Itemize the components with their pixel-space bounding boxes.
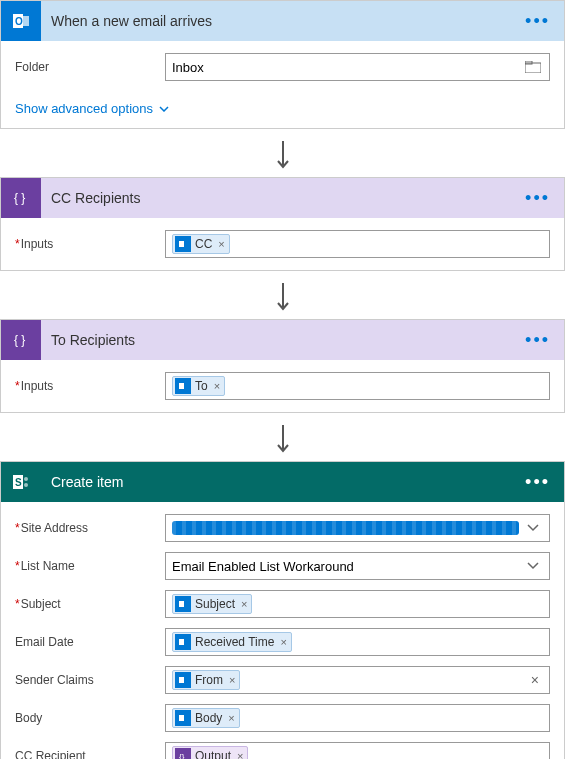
clear-field-icon[interactable]: × — [531, 672, 539, 688]
body-label: Body — [15, 711, 165, 725]
show-advanced-link[interactable]: Show advanced options — [1, 93, 183, 128]
folder-label: Folder — [15, 60, 165, 74]
svg-point-16 — [24, 477, 28, 481]
cc-recipient-label: CC Recipient — [15, 749, 165, 759]
sharepoint-icon: S — [1, 462, 41, 502]
flow-arrow-icon — [0, 417, 565, 461]
dynamic-token-cc[interactable]: CC × — [172, 234, 230, 254]
outlook-mini-icon — [175, 634, 191, 650]
step-header[interactable]: S Create item ••• — [1, 462, 564, 502]
svg-text:S: S — [15, 477, 22, 488]
svg-text:{ }: { } — [14, 333, 25, 347]
sender-claims-input[interactable]: From × × — [165, 666, 550, 694]
subject-label: Subject — [15, 597, 165, 611]
outlook-icon: O — [1, 1, 41, 41]
svg-rect-23 — [179, 677, 184, 683]
outlook-mini-icon — [175, 236, 191, 252]
site-address-input[interactable] — [165, 514, 550, 542]
step-title: To Recipients — [51, 332, 519, 348]
chevron-down-icon[interactable] — [527, 524, 539, 532]
folder-text[interactable] — [172, 60, 543, 75]
outlook-mini-icon — [175, 596, 191, 612]
step-create-item: S Create item ••• Site Address List Name — [0, 461, 565, 759]
flow-arrow-icon — [0, 133, 565, 177]
dynamic-token-output-cc[interactable]: {} Output × — [172, 746, 248, 759]
svg-text:{}: {} — [179, 752, 185, 759]
remove-token-icon[interactable]: × — [218, 238, 224, 250]
dynamic-token-subject[interactable]: Subject × — [172, 594, 252, 614]
dynamic-token-body[interactable]: Body × — [172, 708, 240, 728]
step-header[interactable]: O When a new email arrives ••• — [1, 1, 564, 41]
flow-arrow-icon — [0, 275, 565, 319]
more-menu-icon[interactable]: ••• — [519, 11, 556, 32]
step-title: When a new email arrives — [51, 13, 519, 29]
more-menu-icon[interactable]: ••• — [519, 330, 556, 351]
inputs-label: Inputs — [15, 379, 165, 393]
step-header[interactable]: { } CC Recipients ••• — [1, 178, 564, 218]
svg-rect-21 — [179, 639, 184, 645]
svg-rect-19 — [179, 601, 184, 607]
sender-claims-label: Sender Claims — [15, 673, 165, 687]
folder-input[interactable] — [165, 53, 550, 81]
compose-mini-icon: {} — [175, 748, 191, 759]
svg-rect-8 — [179, 241, 184, 247]
remove-token-icon[interactable]: × — [228, 712, 234, 724]
remove-token-icon[interactable]: × — [280, 636, 286, 648]
list-name-input[interactable] — [165, 552, 550, 580]
compose-icon: { } — [1, 320, 41, 360]
email-date-input[interactable]: Received Time × — [165, 628, 550, 656]
site-address-label: Site Address — [15, 521, 165, 535]
svg-text:O: O — [15, 16, 23, 27]
more-menu-icon[interactable]: ••• — [519, 188, 556, 209]
email-date-label: Email Date — [15, 635, 165, 649]
step-cc-recipients: { } CC Recipients ••• Inputs CC × — [0, 177, 565, 271]
remove-token-icon[interactable]: × — [214, 380, 220, 392]
outlook-mini-icon — [175, 710, 191, 726]
inputs-field[interactable]: To × — [165, 372, 550, 400]
list-name-label: List Name — [15, 559, 165, 573]
outlook-mini-icon — [175, 672, 191, 688]
subject-input[interactable]: Subject × — [165, 590, 550, 618]
svg-rect-1 — [23, 16, 29, 26]
inputs-label: Inputs — [15, 237, 165, 251]
compose-icon: { } — [1, 178, 41, 218]
chevron-down-icon — [159, 106, 169, 112]
remove-token-icon[interactable]: × — [241, 598, 247, 610]
inputs-field[interactable]: CC × — [165, 230, 550, 258]
step-to-recipients: { } To Recipients ••• Inputs To × — [0, 319, 565, 413]
list-name-text[interactable] — [172, 559, 543, 574]
svg-rect-25 — [179, 715, 184, 721]
dynamic-token-to[interactable]: To × — [172, 376, 225, 396]
body-input[interactable]: Body × — [165, 704, 550, 732]
step-header[interactable]: { } To Recipients ••• — [1, 320, 564, 360]
folder-picker-icon[interactable] — [525, 61, 541, 73]
more-menu-icon[interactable]: ••• — [519, 472, 556, 493]
svg-rect-12 — [179, 383, 184, 389]
step-title: CC Recipients — [51, 190, 519, 206]
svg-point-17 — [24, 483, 28, 487]
chevron-down-icon[interactable] — [527, 562, 539, 570]
outlook-mini-icon — [175, 378, 191, 394]
svg-text:{ }: { } — [14, 191, 25, 205]
remove-token-icon[interactable]: × — [237, 750, 243, 759]
site-address-value-redacted — [172, 521, 519, 535]
step-title: Create item — [51, 474, 519, 490]
step-email-trigger: O When a new email arrives ••• Folder Sh… — [0, 0, 565, 129]
dynamic-token-from[interactable]: From × — [172, 670, 240, 690]
dynamic-token-received-time[interactable]: Received Time × — [172, 632, 292, 652]
cc-recipient-input[interactable]: {} Output × — [165, 742, 550, 759]
remove-token-icon[interactable]: × — [229, 674, 235, 686]
